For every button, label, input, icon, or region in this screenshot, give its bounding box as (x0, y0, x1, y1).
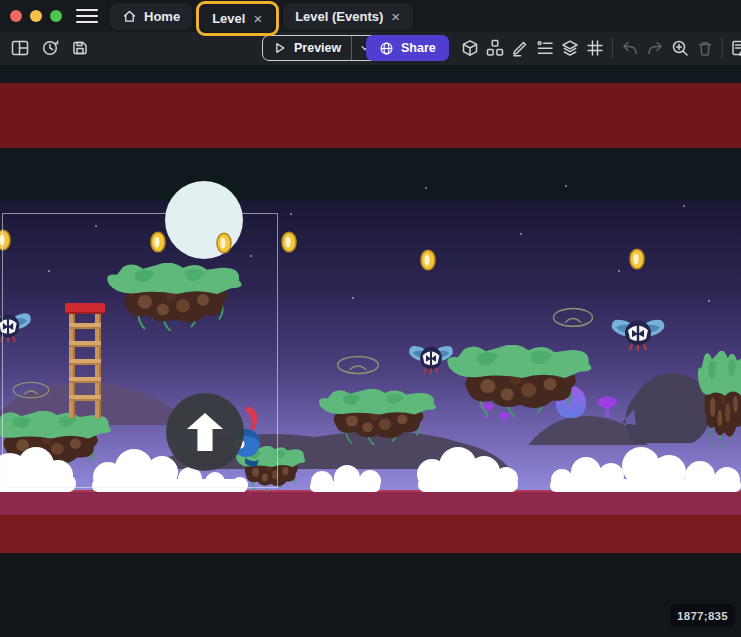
object-groups-icon[interactable] (483, 36, 507, 60)
bat-enemy[interactable] (0, 307, 34, 345)
tab-label: Home (144, 9, 180, 24)
bat-enemy[interactable] (406, 340, 456, 376)
toolbar-separator (722, 38, 723, 58)
editor-background (0, 553, 741, 637)
history-icon[interactable] (38, 36, 62, 60)
star (352, 297, 354, 299)
star (683, 205, 685, 207)
ground-bottom-strip (0, 515, 741, 553)
instances-icon[interactable] (533, 36, 557, 60)
globe-icon (379, 41, 394, 56)
floating-island[interactable] (445, 345, 595, 417)
star (708, 300, 710, 302)
coin[interactable] (629, 248, 645, 270)
star (48, 270, 50, 272)
share-label: Share (401, 41, 436, 55)
upper-red-band (0, 83, 741, 148)
star (250, 255, 252, 257)
star (95, 225, 97, 227)
clouds (0, 437, 741, 492)
up-arrow-icon (187, 413, 223, 451)
coin[interactable] (281, 231, 297, 253)
app-window: Home Level × Level (Events) × (0, 0, 741, 637)
layers-icon[interactable] (558, 36, 582, 60)
star (618, 270, 620, 272)
star (290, 213, 292, 215)
ladder-rung (69, 395, 101, 401)
ladder-rung (69, 341, 101, 347)
home-icon (122, 9, 137, 24)
out-of-world-band (0, 148, 741, 200)
preview-button-main[interactable]: Preview (263, 41, 351, 55)
floating-island[interactable] (105, 263, 245, 331)
preview-button[interactable]: Preview (262, 35, 379, 61)
minimize-window-button[interactable] (30, 10, 42, 22)
undo-icon[interactable] (618, 36, 642, 60)
purple-mushroom (595, 395, 619, 417)
tab-level-events[interactable]: Level (Events) × (283, 3, 413, 30)
cursor-coordinates: 1877;835 (670, 604, 735, 627)
grid-icon[interactable] (583, 36, 607, 60)
jump-button[interactable] (166, 393, 244, 471)
tab-highlight-frame: Level × (196, 1, 279, 36)
tab-home[interactable]: Home (110, 3, 192, 30)
delete-icon[interactable] (693, 36, 717, 60)
coin[interactable] (216, 232, 232, 254)
ladder-rung (69, 377, 101, 383)
play-icon (273, 41, 287, 55)
ellipse-placeholder[interactable] (336, 355, 380, 377)
ladder-rung (69, 359, 101, 365)
objects-icon[interactable] (458, 36, 482, 60)
ground-top-strip (0, 490, 741, 515)
preview-label: Preview (294, 41, 341, 55)
bat-enemy[interactable] (608, 313, 668, 353)
ladder-rung (69, 323, 101, 329)
edit-events-icon[interactable] (728, 36, 741, 60)
properties-icon[interactable] (508, 36, 532, 60)
toolbar-right-group (458, 36, 741, 60)
menu-icon[interactable] (76, 9, 98, 24)
ellipse-placeholder[interactable] (552, 307, 594, 330)
coin[interactable] (150, 231, 166, 253)
ladder-top-cap (65, 303, 105, 314)
star (520, 233, 522, 235)
star (425, 187, 427, 189)
panels-icon[interactable] (8, 36, 32, 60)
traffic-lights (10, 10, 62, 22)
editor-toolbar: Preview Share (0, 32, 741, 65)
ellipse-placeholder[interactable] (12, 381, 50, 401)
toolbar-left-group (8, 36, 92, 60)
tab-label: Level (212, 11, 245, 26)
out-of-world-band (0, 65, 741, 83)
ladder[interactable] (67, 303, 103, 418)
share-button[interactable]: Share (366, 35, 449, 61)
maximize-window-button[interactable] (50, 10, 62, 22)
close-tab-icon[interactable]: × (252, 11, 263, 26)
scene-canvas[interactable]: 1877;835 (0, 65, 741, 637)
coin[interactable] (420, 249, 436, 271)
save-icon[interactable] (68, 36, 92, 60)
floating-island[interactable] (697, 351, 741, 449)
coin[interactable] (0, 229, 11, 251)
toolbar-separator (612, 38, 613, 58)
redo-icon[interactable] (643, 36, 667, 60)
tab-level[interactable]: Level × (200, 5, 275, 32)
title-bar: Home Level × Level (Events) × (0, 0, 741, 32)
tab-bar: Home Level × Level (Events) × (110, 0, 413, 32)
close-window-button[interactable] (10, 10, 22, 22)
tab-label: Level (Events) (295, 9, 383, 24)
close-tab-icon[interactable]: × (390, 9, 401, 24)
zoom-in-icon[interactable] (668, 36, 692, 60)
star (565, 185, 567, 187)
